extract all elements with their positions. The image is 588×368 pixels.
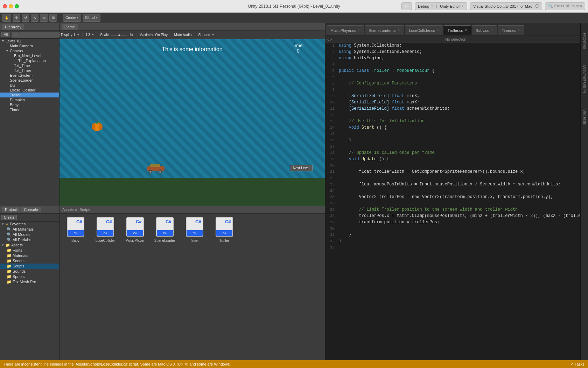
line-content[interactable]: void Update () { (337, 157, 580, 163)
hierarchy-item-scene-loader[interactable]: SceneLoader (0, 78, 59, 83)
console-tab[interactable]: Console (21, 207, 41, 212)
tasks-button[interactable]: ✓ Tasks (570, 362, 584, 367)
line-content[interactable]: [SerializeField] float screenWidthUnits; (337, 106, 580, 113)
scale-tool[interactable]: ⤡ (31, 14, 38, 22)
line-content[interactable] (337, 113, 580, 119)
close-button[interactable] (3, 4, 7, 8)
debug-section[interactable]: Debug ▼ | Unity Editor ▼ (415, 2, 467, 10)
editor-tab-Timer-cs[interactable]: Timer.cs✕ (498, 25, 524, 35)
file-item-sceneloader[interactable]: C# SceneLoader (152, 217, 178, 365)
center-btn[interactable]: Center ▼ (63, 14, 81, 22)
hierarchy-item-loose-collider[interactable]: Loose_Collider (0, 88, 59, 93)
line-content[interactable]: // Configuration Parameters (337, 81, 580, 87)
tree-toggle[interactable]: ▼ (1, 244, 4, 247)
unity-editor-dropdown-icon[interactable]: ▼ (461, 5, 464, 8)
line-content[interactable] (337, 201, 580, 207)
hierarchy-item-txt-explanation[interactable]: Txt_Explanation (0, 58, 59, 63)
line-content[interactable]: [SerializeField] float minX; (337, 94, 580, 100)
project-sidebar-item-all-models[interactable]: 🔍 All Models (0, 232, 59, 237)
hierarchy-item-baby[interactable]: Baby (0, 102, 59, 107)
global-dropdown[interactable]: ▼ (95, 16, 98, 19)
line-content[interactable] (337, 188, 580, 195)
mute-label[interactable]: Mute Audio (174, 33, 192, 37)
hierarchy-item-level01[interactable]: ▼ Level_01 (0, 39, 59, 43)
scale-slider-icon[interactable]: ——●—— (111, 33, 127, 37)
line-content[interactable]: } (337, 239, 580, 245)
project-sidebar-item-materials[interactable]: 📁 Materials (0, 253, 59, 258)
line-content[interactable]: void Start () { (337, 125, 580, 131)
tab-close-icon[interactable]: ✕ (436, 28, 439, 32)
next-level-button[interactable]: Next Level (290, 165, 313, 171)
file-item-troller[interactable]: C# Troller (211, 217, 237, 365)
project-sidebar-item-assets[interactable]: ▼ 📁 Assets (0, 243, 59, 248)
tree-toggle[interactable]: ▼ (1, 223, 4, 226)
line-content[interactable] (337, 245, 580, 251)
line-content[interactable]: float trollerWidth = GetComponent<Sprite… (337, 169, 580, 176)
breadcrumb-scripts[interactable]: Scripts (79, 207, 91, 212)
file-item-musicplayer[interactable]: C# MusicPlayer (122, 217, 148, 365)
line-content[interactable]: public class Troller : MonoBehaviour { (337, 68, 580, 75)
project-create-btn[interactable]: Create (1, 215, 17, 220)
project-sidebar-item-sprites[interactable]: 📁 Sprites (0, 274, 59, 279)
line-content[interactable]: trollerPos.x = Mathf.Clamp(mousePosInUni… (337, 213, 580, 220)
editor-tab-LoseCollider-cs[interactable]: LoseCollider.cs✕ (405, 25, 443, 35)
line-content[interactable]: } (337, 232, 580, 239)
line-content[interactable]: using UnityEngine; (337, 56, 580, 62)
project-sidebar-item-favorites[interactable]: ▼ ★ Favorites (0, 222, 59, 227)
hierarchy-tab[interactable]: Hierarchy (2, 24, 24, 30)
properties-tab[interactable]: Properties (581, 30, 588, 52)
tab-close-icon[interactable]: ✕ (357, 28, 360, 32)
line-content[interactable]: using System.Collections; (337, 43, 580, 49)
line-content[interactable] (337, 87, 580, 94)
hand-tool[interactable]: ✋ (2, 14, 11, 22)
display-dropdown[interactable]: ▼ (77, 33, 79, 36)
project-sidebar-item-fonts[interactable]: 📁 Fonts (0, 248, 59, 253)
hierarchy-item-troller[interactable]: Troller (0, 93, 59, 97)
rect-tool[interactable]: ▭ (40, 14, 48, 22)
line-content[interactable] (337, 131, 580, 138)
breadcrumb-assets[interactable]: Assets (62, 207, 74, 212)
tree-toggle[interactable]: ▼ (6, 49, 9, 53)
play-button[interactable]: ▶ (401, 2, 412, 10)
hierarchy-item-btn-next[interactable]: Btn_Next_Level (0, 53, 59, 58)
editor-tab-MusicPlayer-cs[interactable]: MusicPlayer.cs✕ (327, 25, 364, 35)
hierarchy-item-txt-timer[interactable]: Txt_Timer (0, 68, 59, 73)
center-dropdown[interactable]: ▼ (76, 16, 79, 19)
code-area[interactable]: 1using System.Collections;2using System.… (325, 43, 580, 368)
tab-close-icon[interactable]: ✕ (464, 28, 467, 32)
tree-toggle[interactable]: ▼ (1, 39, 5, 43)
global-btn[interactable]: Global ▼ (83, 14, 100, 22)
project-sidebar-item-scripts[interactable]: 📁 Scripts (0, 264, 59, 269)
tab-close-icon[interactable]: ✕ (490, 28, 493, 32)
hierarchy-item-main-camera[interactable]: Main Camera (0, 43, 59, 48)
rotate-tool[interactable]: ↺ (22, 14, 29, 22)
move-tool[interactable]: ✛ (13, 14, 20, 22)
multi-tool[interactable]: ⊞ (49, 14, 57, 22)
line-content[interactable]: // Limit Troller position to the screen … (337, 207, 580, 213)
line-content[interactable]: float mousePosInUnits = Input.mousePosit… (337, 182, 580, 188)
hierarchy-item-timer[interactable]: Timer (0, 107, 59, 112)
line-content[interactable]: [SerializeField] float maxX; (337, 100, 580, 106)
hierarchy-item-txt-time[interactable]: Txt_Time (0, 63, 59, 68)
editor-tab-SceneLoader-cs[interactable]: SceneLoader.cs✕ (365, 25, 404, 35)
hierarchy-item-canvas[interactable]: ▼ Canvas (0, 48, 59, 53)
shaded-dropdown[interactable]: ▼ (212, 33, 215, 36)
project-tab[interactable]: Project (2, 207, 20, 212)
project-sidebar-item-all-prefabs[interactable]: 🔍 All Prefabs (0, 237, 59, 243)
project-sidebar-item-all-materials[interactable]: 🔍 All Materials (0, 227, 59, 232)
line-content[interactable]: } (337, 138, 580, 144)
line-content[interactable]: Vector2 trollerPos = new Vector2(transfo… (337, 195, 580, 201)
search-section[interactable]: 🔍 Press '⌘' to sea (545, 2, 585, 10)
nav-forward-btn[interactable]: › (330, 36, 332, 42)
project-sidebar-item-scenes[interactable]: 📁 Scenes (0, 258, 59, 264)
hierarchy-create-btn[interactable]: All (1, 32, 10, 37)
tab-close-icon[interactable]: ✕ (518, 28, 520, 32)
hierarchy-item-event-system[interactable]: EventSystem (0, 73, 59, 78)
project-sidebar-item-sounds[interactable]: 📁 Sounds (0, 269, 59, 274)
editor-tab-Baby-cs[interactable]: Baby.cs✕ (472, 25, 497, 35)
editor-tab-Troller-cs[interactable]: Troller.cs✕ (444, 25, 471, 35)
hierarchy-item-bg[interactable]: BG (0, 83, 59, 88)
unit-tests-tab[interactable]: Unit Tests (581, 107, 588, 128)
line-content[interactable]: using System.Collections.Generic; (337, 49, 580, 56)
line-content[interactable] (337, 62, 580, 68)
